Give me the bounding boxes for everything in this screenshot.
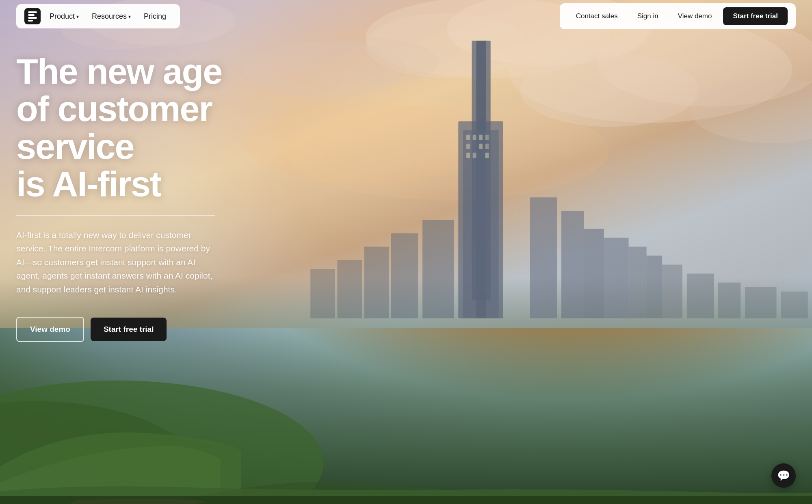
hero-title: The new age of customer service is AI-fi… [16,53,301,203]
hero-section: The new age of customer service is AI-fi… [16,53,301,342]
start-trial-button-nav[interactable]: Start free trial [723,7,788,25]
navbar: Product ▾ Resources ▾ Pricing Contact sa… [0,0,812,32]
product-chevron-icon: ▾ [76,14,79,19]
contact-sales-button[interactable]: Contact sales [568,8,626,24]
svg-rect-36 [485,135,489,140]
resources-chevron-icon: ▾ [128,14,131,19]
hero-description: AI-first is a totally new way to deliver… [16,228,219,296]
logo-bars [26,9,39,24]
svg-rect-39 [485,144,489,149]
nav-resources-label: Resources [92,12,127,21]
nav-links: Product ▾ Resources ▾ Pricing [44,9,172,24]
nav-pricing-label: Pricing [144,12,166,21]
logo-bar-4 [28,20,33,22]
view-demo-button[interactable]: View demo [670,8,720,24]
view-demo-hero-button[interactable]: View demo [16,317,84,342]
nav-product[interactable]: Product ▾ [44,9,84,24]
svg-rect-33 [466,135,470,140]
hero-buttons: View demo Start free trial [16,317,301,342]
start-trial-hero-button[interactable]: Start free trial [91,318,167,341]
logo-bar-3 [28,17,37,19]
svg-rect-34 [472,135,476,140]
svg-rect-40 [466,153,470,158]
svg-rect-41 [472,153,476,158]
logo[interactable] [24,8,41,24]
svg-rect-37 [466,144,470,149]
svg-rect-35 [479,135,483,140]
hero-title-line3: is AI-first [16,164,161,204]
hero-title-line2: of customer service [16,89,212,166]
logo-bar-1 [28,11,37,13]
nav-product-label: Product [50,12,75,21]
sign-in-button[interactable]: Sign in [629,8,667,24]
svg-rect-38 [479,144,483,149]
logo-bar-2 [28,14,35,16]
navbar-left: Product ▾ Resources ▾ Pricing [16,4,180,28]
nav-pricing[interactable]: Pricing [138,9,172,24]
hero-title-line1: The new age [16,51,222,91]
svg-rect-42 [485,153,489,158]
nav-resources[interactable]: Resources ▾ [86,9,136,24]
chat-icon: 💬 [777,469,790,482]
hero-divider [16,215,215,216]
navbar-right: Contact sales Sign in View demo Start fr… [560,3,796,29]
chat-widget-button[interactable]: 💬 [771,463,796,488]
